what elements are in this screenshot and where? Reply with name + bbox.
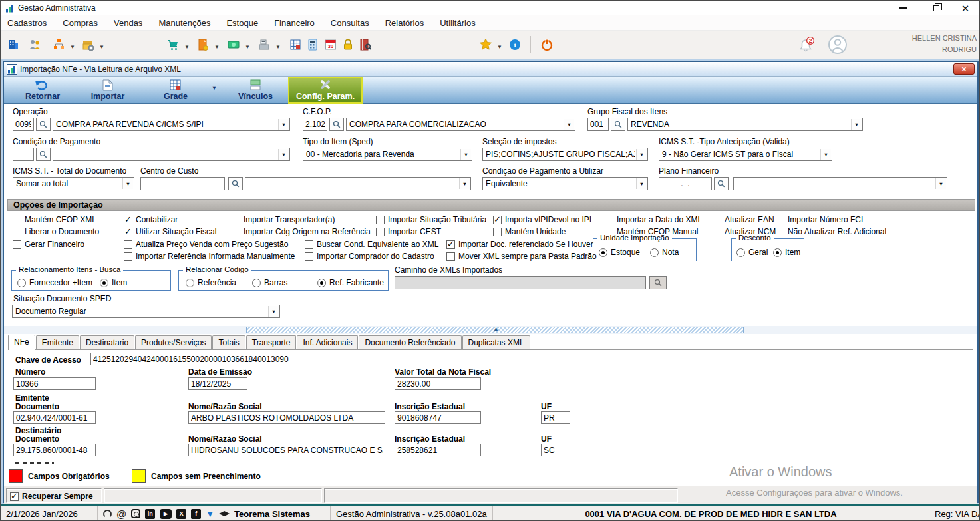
chevron-down-icon[interactable] <box>278 149 289 160</box>
checkbox-gerar-financeiro[interactable]: Gerar Financeiro <box>13 240 84 249</box>
facebook-icon[interactable]: f <box>191 509 201 519</box>
checkbox-buscar-cond-equivalente[interactable]: Buscar Cond. Equivalente ao XML <box>305 240 438 249</box>
grade-button[interactable]: Grade <box>145 78 206 102</box>
bell-icon[interactable]: 2 <box>798 36 815 53</box>
x-icon[interactable]: X <box>176 509 186 519</box>
chave-acesso-input[interactable] <box>90 353 383 365</box>
calculator-icon[interactable] <box>305 37 320 52</box>
checkbox-utilizar-situacao-fiscal[interactable]: Utilizar Situação Fiscal <box>124 227 216 236</box>
chevron-down-icon[interactable] <box>460 149 471 160</box>
radio-fornecedor-item[interactable]: Fornecedor +Item <box>17 278 92 287</box>
checkbox-importa-vipidevol[interactable]: Importa vIPIDevol no IPI <box>493 215 591 224</box>
chevron-down-icon[interactable] <box>122 178 133 189</box>
chevron-down-icon[interactable]: ▼ <box>275 44 281 50</box>
grupo-fiscal-search-button[interactable] <box>611 118 625 131</box>
checkbox-importar-transportador[interactable]: Importar Transportador(a) <box>232 215 335 224</box>
centro-custo-input[interactable] <box>140 177 225 190</box>
cond-pagamento-search-button[interactable] <box>36 148 51 161</box>
checkbox-liberar-documento[interactable]: Liberar o Documento <box>13 227 99 236</box>
chevron-down-icon[interactable]: ▼ <box>184 44 190 50</box>
tab-totais[interactable]: Totais <box>212 335 245 349</box>
chevron-down-icon[interactable]: ▼ <box>245 44 250 50</box>
teorema-triangle-icon[interactable]: ▼ <box>206 509 214 519</box>
collapse-up-icon[interactable]: ▲ <box>493 325 499 332</box>
valor-total-input[interactable] <box>395 377 481 390</box>
checkbox-mover-xml-pasta-padrao[interactable]: Mover XML sempre para Pasta Padrão <box>446 252 597 261</box>
data-emissao-input[interactable] <box>188 377 247 390</box>
at-icon[interactable]: @ <box>116 508 126 520</box>
chevron-down-icon[interactable] <box>268 306 279 317</box>
centro-custo-search-button[interactable] <box>228 177 243 190</box>
checkbox-mantem-unidade[interactable]: Mantém Unidade <box>493 227 566 236</box>
radio-ref-fabricante[interactable]: Ref. Fabricante <box>317 278 384 287</box>
linkedin-icon[interactable]: in <box>145 509 155 519</box>
finance-money-icon[interactable] <box>226 37 241 52</box>
menu-manutencoes[interactable]: Manutenções <box>158 18 210 28</box>
checkbox-mantem-cfop-xml[interactable]: Mantém CFOP XML <box>13 215 96 224</box>
radio-geral[interactable]: Geral <box>736 248 768 257</box>
audit-book-search-icon[interactable] <box>358 37 373 52</box>
destinatario-documento-input[interactable] <box>13 444 96 456</box>
radio-estoque[interactable]: Estoque <box>599 248 640 257</box>
checkbox-importar-data-xml[interactable]: Importar a Data do XML <box>605 215 702 224</box>
cond-pag-utilizar-combo[interactable]: Equivalente <box>482 177 648 190</box>
destinatario-nome-input[interactable] <box>188 444 385 456</box>
checkbox-importar-situacao-tributaria[interactable]: Importar Situação Tributária <box>376 215 486 224</box>
dialog-close-button[interactable]: × <box>953 63 975 75</box>
tab-inf-adicionais[interactable]: Inf. Adicionais <box>297 335 358 349</box>
chevron-down-icon[interactable]: ▼ <box>70 44 75 50</box>
checkbox-contabilizar[interactable]: Contabilizar <box>124 215 178 224</box>
tab-transporte[interactable]: Transporte <box>246 335 297 349</box>
destinatario-uf-input[interactable] <box>541 444 570 456</box>
menu-relatorios[interactable]: Relatórios <box>385 18 424 28</box>
chevron-down-icon[interactable]: ▼ <box>99 44 104 50</box>
menu-financeiro[interactable]: Financeiro <box>274 18 315 28</box>
cond-pagamento-combo[interactable] <box>53 148 290 161</box>
graduation-cap-icon[interactable] <box>219 511 230 516</box>
emitente-ie-input[interactable] <box>395 411 481 424</box>
icmsst-tipo-combo[interactable]: 9 - Não Gerar ICMS ST para o Fiscal <box>659 148 832 161</box>
chevron-down-icon[interactable] <box>851 119 862 130</box>
operacao-combo[interactable]: COMPRA PARA REVENDA C/ICMS S/IPI <box>53 118 290 131</box>
instagram-icon[interactable] <box>131 509 140 518</box>
grid-blue-icon[interactable] <box>288 37 303 52</box>
grupo-fiscal-combo[interactable]: REVENDA <box>627 118 863 131</box>
chevron-down-icon[interactable] <box>278 119 289 130</box>
centro-custo-combo[interactable] <box>245 177 471 190</box>
operacao-code-input[interactable] <box>13 118 34 131</box>
favorites-star-icon[interactable] <box>478 37 493 52</box>
chevron-down-icon[interactable] <box>820 149 831 160</box>
close-button[interactable]: ✕ <box>954 1 977 15</box>
emitente-nome-input[interactable] <box>188 411 385 424</box>
checkbox-importar-referencia-manual[interactable]: Importar Referência Informada Manualment… <box>124 252 295 261</box>
plano-financeiro-code-input[interactable] <box>659 177 712 190</box>
cond-pagamento-code-input[interactable] <box>13 148 34 161</box>
purchase-document-icon[interactable] <box>196 37 210 52</box>
chevron-down-icon[interactable] <box>564 119 574 130</box>
menu-compras[interactable]: Compras <box>63 18 98 28</box>
config-param-button[interactable]: Config. Param. <box>288 77 363 104</box>
tab-duplicatas-xml[interactable]: Duplicatas XML <box>462 335 530 349</box>
menu-consultas[interactable]: Consultas <box>331 18 369 28</box>
radio-item-busca[interactable]: Item <box>100 278 127 287</box>
youtube-icon[interactable]: ▶ <box>160 509 172 519</box>
tab-emitente[interactable]: Emitente <box>36 335 79 349</box>
exit-power-icon[interactable] <box>540 37 554 52</box>
radio-barras[interactable]: Barras <box>252 278 287 287</box>
info-icon[interactable]: i <box>508 37 522 52</box>
product-package-icon[interactable] <box>81 37 95 52</box>
checkbox-atualiza-preco-venda[interactable]: Atualiza Preço Venda com Preço Sugestão <box>124 240 288 249</box>
situacao-sped-combo[interactable]: Documento Regular <box>12 305 280 318</box>
menu-estoque[interactable]: Estoque <box>226 18 258 28</box>
numero-input[interactable] <box>13 377 96 390</box>
cfop-code-input[interactable] <box>303 118 327 131</box>
emitente-uf-input[interactable] <box>541 411 570 424</box>
avatar-icon[interactable] <box>828 35 848 55</box>
clients-people-icon[interactable] <box>27 37 42 52</box>
radio-referencia[interactable]: Referência <box>186 278 236 287</box>
radio-nota[interactable]: Nota <box>650 248 679 257</box>
selecao-impostos-combo[interactable]: PIS;COFINS;AJUSTE GRUPO FISCAL;AJUST <box>482 148 648 161</box>
security-lock-icon[interactable] <box>341 37 355 52</box>
chevron-down-icon[interactable] <box>636 178 647 189</box>
chevron-down-icon[interactable]: ▼ <box>497 44 502 50</box>
